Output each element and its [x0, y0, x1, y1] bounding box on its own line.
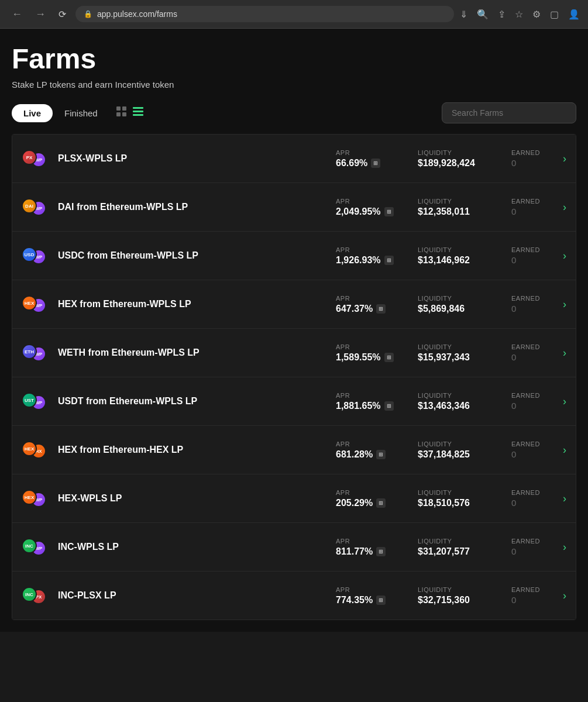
liquidity-label: Liquidity [418, 586, 511, 593]
search-icon[interactable]: 🔍 [477, 9, 489, 20]
farm-token-icon: ETH WP [22, 339, 49, 366]
expand-chevron[interactable]: › [563, 153, 566, 165]
share-icon[interactable]: ⇪ [498, 9, 506, 20]
farm-token-icon: DAI WP [22, 194, 49, 221]
farm-name: USDC from Ethereum-WPLS LP [58, 250, 336, 261]
page-subtitle: Stake LP tokens and earn Incentive token [12, 80, 576, 90]
svg-rect-0 [116, 106, 121, 111]
earned-label: Earned [511, 246, 558, 253]
farm-earned: Earned 0 [511, 246, 558, 265]
token-pair: DAI WP [22, 198, 49, 216]
apr-info-icon[interactable]: ⊞ [384, 207, 394, 216]
farm-apr: APR 1,881.65% ⊞ [336, 392, 418, 411]
expand-chevron[interactable]: › [563, 541, 566, 553]
farm-row[interactable]: HEX WP HEX from Ethereum-WPLS LP APR 647… [12, 280, 576, 329]
url-text: app.pulsex.com/farms [97, 9, 177, 19]
liquidity-label: Liquidity [418, 441, 511, 448]
earned-label: Earned [511, 198, 558, 205]
farm-liquidity: Liquidity $12,358,011 [418, 198, 511, 217]
apr-info-icon[interactable]: ⊞ [384, 353, 394, 362]
farm-row[interactable]: USD WP USDC from Ethereum-WPLS LP APR 1,… [12, 232, 576, 280]
refresh-button[interactable]: ⟳ [55, 8, 70, 21]
token-a-icon: INC [22, 587, 37, 602]
earned-value: 0 [511, 304, 558, 314]
tab-live[interactable]: Live [12, 104, 53, 122]
liquidity-value: $31,207,577 [418, 546, 511, 557]
token-a-icon: PX [22, 150, 37, 165]
apr-info-icon[interactable]: ⊞ [376, 498, 386, 508]
back-button[interactable]: ← [8, 7, 26, 22]
token-pair: USD WP [22, 247, 49, 264]
token-pair: PX WP [22, 150, 49, 167]
address-bar[interactable]: 🔒 app.pulsex.com/farms [75, 6, 454, 22]
svg-rect-3 [122, 112, 126, 116]
window-icon[interactable]: ▢ [550, 9, 559, 20]
farm-token-icon: USD WP [22, 242, 49, 269]
list-view-icon[interactable] [133, 106, 143, 120]
farm-name: HEX from Ethereum-WPLS LP [58, 299, 336, 309]
farm-liquidity: Liquidity $32,715,360 [418, 586, 511, 605]
token-pair: HEX WP [22, 490, 49, 507]
grid-view-icon[interactable] [116, 106, 127, 120]
farm-row[interactable]: PX WP PLSX-WPLS LP APR 66.69% ⊞ Liquidit… [12, 135, 576, 183]
earned-label: Earned [511, 149, 558, 156]
expand-chevron[interactable]: › [563, 493, 566, 505]
apr-info-icon[interactable]: ⊞ [384, 401, 394, 411]
farm-apr: APR 2,049.95% ⊞ [336, 198, 418, 217]
svg-rect-6 [133, 114, 143, 116]
farm-row[interactable]: HEX WP HEX-WPLS LP APR 205.29% ⊞ Liquidi… [12, 474, 576, 523]
expand-chevron[interactable]: › [563, 590, 566, 602]
farm-liquidity: Liquidity $18,510,576 [418, 489, 511, 508]
farm-token-icon: UST WP [22, 388, 49, 415]
liquidity-value: $13,463,346 [418, 401, 511, 411]
svg-rect-4 [133, 107, 143, 109]
farm-token-icon: INC PX [22, 582, 49, 609]
apr-info-icon[interactable]: ⊞ [376, 596, 386, 605]
expand-chevron[interactable]: › [563, 444, 566, 456]
apr-value: 1,881.65% ⊞ [336, 401, 418, 411]
farm-row[interactable]: ETH WP WETH from Ethereum-WPLS LP APR 1,… [12, 329, 576, 377]
liquidity-value: $18,510,576 [418, 498, 511, 508]
controls-row: Live Finished [12, 102, 576, 123]
farm-name: DAI from Ethereum-WPLS LP [58, 202, 336, 212]
farm-row[interactable]: INC PX INC-PLSX LP APR 774.35% ⊞ Liquidi… [12, 572, 576, 620]
expand-chevron[interactable]: › [563, 201, 566, 214]
token-pair: INC PX [22, 587, 49, 604]
liquidity-value: $189,928,424 [418, 158, 511, 168]
tab-finished[interactable]: Finished [56, 104, 106, 122]
farm-row[interactable]: UST WP USDT from Ethereum-WPLS LP APR 1,… [12, 377, 576, 426]
apr-info-icon[interactable]: ⊞ [371, 159, 380, 168]
expand-chevron[interactable]: › [563, 298, 566, 311]
farm-row[interactable]: HEX HX HEX from Ethereum-HEX LP APR 681.… [12, 426, 576, 474]
farm-row[interactable]: DAI WP DAI from Ethereum-WPLS LP APR 2,0… [12, 183, 576, 232]
farm-earned: Earned 0 [511, 295, 558, 314]
expand-chevron[interactable]: › [563, 395, 566, 408]
bookmark-icon[interactable]: ☆ [515, 9, 523, 20]
liquidity-value: $15,937,343 [418, 352, 511, 363]
search-input[interactable] [442, 102, 576, 123]
farm-liquidity: Liquidity $37,184,825 [418, 441, 511, 460]
farm-row[interactable]: INC WP INC-WPLS LP APR 811.77% ⊞ Liquidi… [12, 523, 576, 572]
liquidity-label: Liquidity [418, 295, 511, 302]
apr-info-icon[interactable]: ⊞ [376, 450, 386, 459]
token-a-icon: ETH [22, 344, 37, 359]
forward-button[interactable]: → [32, 7, 49, 22]
farm-liquidity: Liquidity $13,463,346 [418, 392, 511, 411]
apr-value: 66.69% ⊞ [336, 158, 418, 168]
farm-apr: APR 681.28% ⊞ [336, 441, 418, 460]
svg-rect-2 [116, 112, 121, 116]
apr-info-icon[interactable]: ⊞ [376, 304, 386, 314]
apr-info-icon[interactable]: ⊞ [384, 256, 394, 265]
expand-chevron[interactable]: › [563, 347, 566, 359]
apr-value: 647.37% ⊞ [336, 304, 418, 314]
token-a-icon: HEX [22, 441, 37, 456]
farm-token-icon: PX WP [22, 145, 49, 172]
farm-earned: Earned 0 [511, 441, 558, 459]
expand-chevron[interactable]: › [563, 250, 566, 262]
extensions-icon[interactable]: ⚙ [532, 9, 541, 20]
download-icon[interactable]: ⇓ [460, 9, 467, 20]
profile-icon[interactable]: 👤 [568, 9, 580, 20]
liquidity-label: Liquidity [418, 198, 511, 205]
apr-label: APR [336, 149, 418, 156]
apr-info-icon[interactable]: ⊞ [376, 547, 386, 556]
